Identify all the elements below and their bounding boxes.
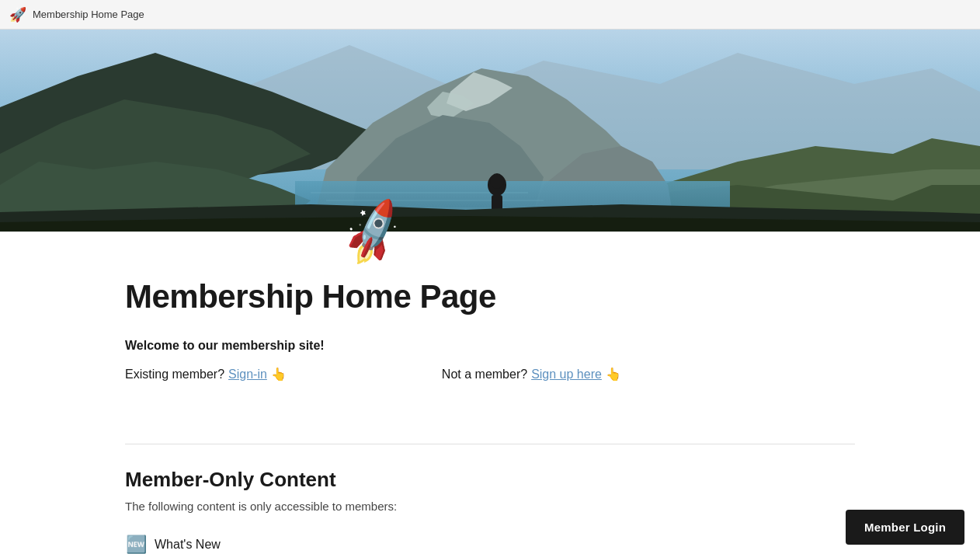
not-member-label: Not a member? [442,368,527,382]
signin-emoji: 👆 [271,367,287,382]
browser-favicon-icon: 🚀 [9,6,26,23]
svg-point-19 [490,173,504,189]
hero-image [0,30,980,232]
member-login-button[interactable]: Member Login [846,510,964,545]
page-title: Membership Home Page [125,278,855,315]
section-divider [125,444,855,444]
existing-member-label: Existing member? [125,368,224,382]
whats-new-icon: 🆕 [125,535,147,554]
browser-page-title: Membership Home Page [33,9,144,20]
not-member-group: Not a member? Sign up here 👆 [442,367,621,382]
welcome-text: Welcome to our membership site! [125,339,855,353]
browser-chrome-bar: 🚀 Membership Home Page [0,0,980,30]
signin-link[interactable]: Sign-in [228,368,267,382]
member-links-row: Existing member? Sign-in 👆 Not a member?… [125,367,855,382]
signup-link[interactable]: Sign up here [531,368,602,382]
member-only-section: Member-Only Content The following conten… [125,468,855,554]
member-only-description: The following content is only accessible… [125,500,855,513]
list-item: 🆕 What's New [125,528,855,554]
existing-member-group: Existing member? Sign-in 👆 [125,367,287,382]
main-content-area: 🚀 Membership Home Page Welcome to our me… [109,232,871,554]
bottom-bar: Member Login [830,500,980,554]
whats-new-link[interactable]: What's New [155,538,221,552]
member-only-title: Member-Only Content [125,468,855,492]
page-title-section: Membership Home Page Welcome to our memb… [125,232,855,444]
content-links-list: 🆕 What's New 📚 Content Library [125,528,855,554]
signup-emoji: 👆 [606,367,621,382]
